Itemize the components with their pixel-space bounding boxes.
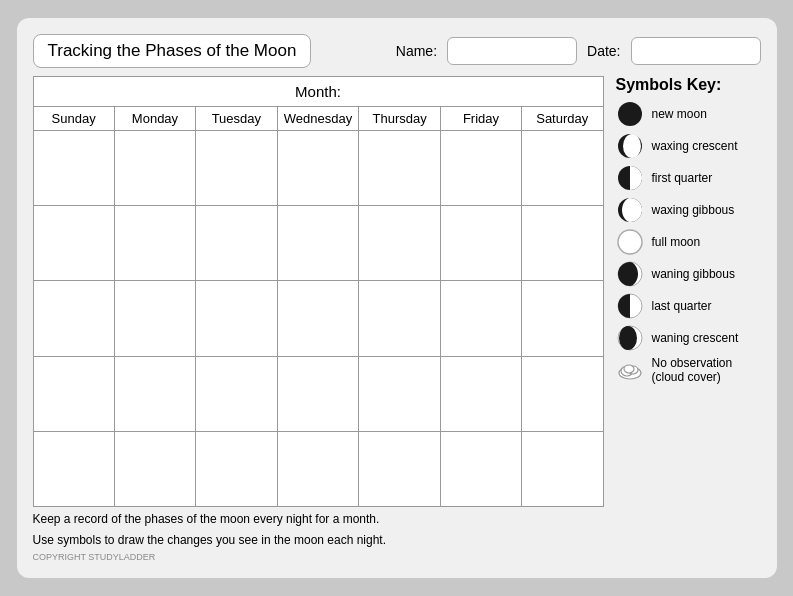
date-label: Date: — [587, 43, 620, 59]
table-row[interactable] — [522, 356, 604, 431]
new-moon-icon — [616, 100, 644, 128]
table-row[interactable] — [522, 206, 604, 281]
new-moon-label: new moon — [652, 107, 707, 121]
symbols-title: Symbols Key: — [616, 76, 761, 94]
first-quarter-icon — [616, 164, 644, 192]
table-row[interactable] — [522, 131, 604, 206]
table-row[interactable] — [196, 131, 277, 206]
symbol-new-moon: new moon — [616, 100, 761, 128]
cloud-cover-icon — [616, 356, 644, 384]
waning-crescent-label: waning crescent — [652, 331, 739, 345]
table-row[interactable] — [522, 431, 604, 506]
waning-gibbous-icon — [616, 260, 644, 288]
table-row[interactable] — [277, 356, 359, 431]
table-row[interactable] — [114, 206, 195, 281]
symbol-no-observation: No observation(cloud cover) — [616, 356, 761, 384]
symbols-section: Symbols Key: new moon waxing crescent — [616, 76, 761, 562]
calendar-table: Month: Sunday Monday Tuesday Wednesday T… — [33, 76, 604, 507]
table-row[interactable] — [359, 356, 441, 431]
table-row[interactable] — [196, 206, 277, 281]
table-row[interactable] — [359, 206, 441, 281]
day-sunday: Sunday — [33, 107, 114, 131]
table-row[interactable] — [196, 431, 277, 506]
waning-crescent-icon — [616, 324, 644, 352]
table-row[interactable] — [440, 131, 521, 206]
svg-point-13 — [624, 365, 634, 373]
instruction-line2: Use symbols to draw the changes you see … — [33, 530, 604, 550]
table-row[interactable] — [277, 431, 359, 506]
name-date-area: Name: Date: — [396, 37, 761, 65]
symbol-last-quarter: last quarter — [616, 292, 761, 320]
page: Tracking the Phases of the Moon Name: Da… — [17, 18, 777, 578]
no-observation-label: No observation(cloud cover) — [652, 356, 733, 384]
table-row[interactable] — [114, 356, 195, 431]
table-row[interactable] — [440, 206, 521, 281]
table-row[interactable] — [522, 281, 604, 356]
header: Tracking the Phases of the Moon Name: Da… — [33, 34, 761, 68]
waxing-gibbous-label: waxing gibbous — [652, 203, 735, 217]
table-row[interactable] — [33, 431, 114, 506]
table-row[interactable] — [114, 131, 195, 206]
table-row[interactable] — [33, 281, 114, 356]
table-row[interactable] — [277, 131, 359, 206]
table-row[interactable] — [196, 281, 277, 356]
instruction-line1: Keep a record of the phases of the moon … — [33, 509, 604, 529]
table-row[interactable] — [440, 281, 521, 356]
day-thursday: Thursday — [359, 107, 441, 131]
table-row[interactable] — [277, 206, 359, 281]
last-quarter-icon — [616, 292, 644, 320]
svg-point-9 — [619, 326, 637, 350]
day-tuesday: Tuesday — [196, 107, 277, 131]
table-row[interactable] — [359, 281, 441, 356]
day-monday: Monday — [114, 107, 195, 131]
symbol-waxing-gibbous: waxing gibbous — [616, 196, 761, 224]
footer-copyright: COPYRIGHT STUDYLADDER — [33, 552, 604, 562]
day-saturday: Saturday — [522, 107, 604, 131]
month-header: Month: — [33, 77, 603, 107]
table-row[interactable] — [440, 431, 521, 506]
table-row[interactable] — [33, 206, 114, 281]
full-moon-label: full moon — [652, 235, 701, 249]
table-row[interactable] — [440, 356, 521, 431]
table-row[interactable] — [114, 281, 195, 356]
symbol-full-moon: full moon — [616, 228, 761, 256]
name-input[interactable] — [447, 37, 577, 65]
day-wednesday: Wednesday — [277, 107, 359, 131]
table-row[interactable] — [277, 281, 359, 356]
calendar-section: Month: Sunday Monday Tuesday Wednesday T… — [33, 76, 604, 562]
waxing-gibbous-icon — [616, 196, 644, 224]
table-row[interactable] — [359, 431, 441, 506]
symbol-waning-crescent: waning crescent — [616, 324, 761, 352]
day-friday: Friday — [440, 107, 521, 131]
content-area: Month: Sunday Monday Tuesday Wednesday T… — [33, 76, 761, 562]
table-row[interactable] — [359, 131, 441, 206]
symbol-waning-gibbous: waning gibbous — [616, 260, 761, 288]
symbol-waxing-crescent: waxing crescent — [616, 132, 761, 160]
svg-point-5 — [618, 230, 642, 254]
waxing-crescent-icon — [616, 132, 644, 160]
full-moon-icon — [616, 228, 644, 256]
first-quarter-label: first quarter — [652, 171, 713, 185]
table-row[interactable] — [196, 356, 277, 431]
table-row[interactable] — [33, 356, 114, 431]
waning-gibbous-label: waning gibbous — [652, 267, 735, 281]
waxing-crescent-label: waxing crescent — [652, 139, 738, 153]
table-row[interactable] — [33, 131, 114, 206]
symbol-first-quarter: first quarter — [616, 164, 761, 192]
page-title: Tracking the Phases of the Moon — [33, 34, 312, 68]
last-quarter-label: last quarter — [652, 299, 712, 313]
name-label: Name: — [396, 43, 437, 59]
date-input[interactable] — [631, 37, 761, 65]
table-row[interactable] — [114, 431, 195, 506]
svg-point-0 — [618, 102, 642, 126]
svg-point-2 — [623, 134, 641, 158]
instructions: Keep a record of the phases of the moon … — [33, 509, 604, 550]
